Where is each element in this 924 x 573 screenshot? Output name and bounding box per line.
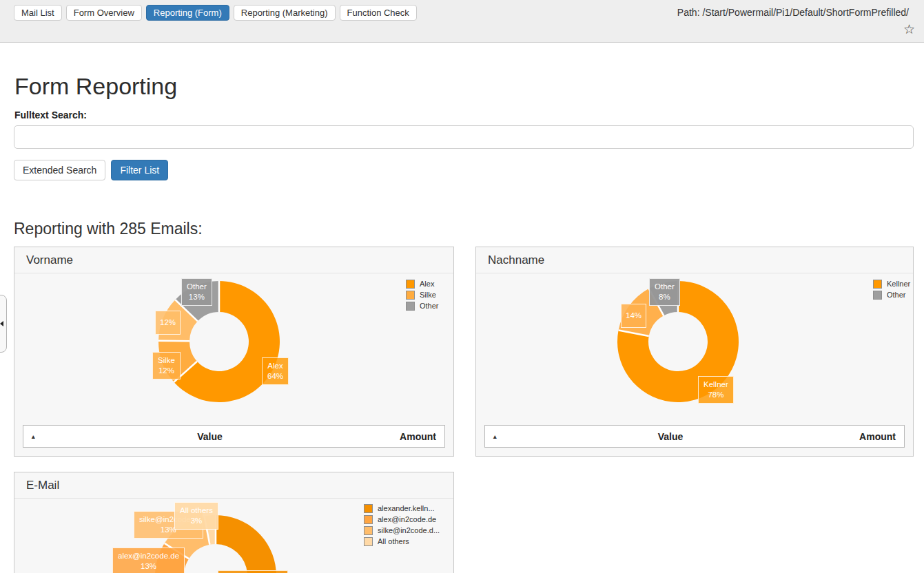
- legend-item-alex-in2code-de[interactable]: alex@in2code.de: [364, 514, 440, 525]
- slice-divider: [158, 341, 189, 342]
- legend-label: Other: [420, 302, 439, 310]
- page-title: Form Reporting: [14, 73, 177, 100]
- legend-label: Other: [887, 291, 906, 299]
- result-table-header-nachname: ▴ValueAmount: [484, 425, 905, 448]
- reporting-section-heading: Reporting with 285 Emails:: [14, 220, 203, 238]
- slice-label-alexander-kelln: alexander.kelln...71%: [218, 570, 288, 573]
- panel-e-mail: E-Mailalexander.kelln...alex@in2code.des…: [14, 472, 454, 573]
- slice-label-line: Other: [187, 282, 207, 292]
- legend-swatch-icon: [364, 526, 373, 535]
- legend-swatch-icon: [364, 504, 373, 513]
- slice-label-other: Other13%: [181, 278, 212, 306]
- top-toolbar: Mail ListForm OverviewReporting (Form)Re…: [0, 0, 924, 43]
- slice-label-all-others: All others3%: [174, 502, 218, 530]
- legend-swatch-icon: [873, 291, 882, 300]
- legend-swatch-icon: [364, 515, 373, 524]
- legend-item-alexander-kelln[interactable]: alexander.kelln...: [364, 503, 440, 514]
- slice-label-silke: Silke12%: [152, 352, 181, 379]
- legend-item-silke-in2code-d[interactable]: silke@in2code.d...: [364, 525, 440, 536]
- breadcrumb-path: Path: /Start/Powermail/Pi1/Default/Short…: [677, 7, 909, 18]
- slice-label-line: Other: [655, 282, 675, 292]
- fulltext-search-label: Fulltext Search:: [14, 110, 87, 121]
- slice-label-line: All others: [180, 506, 213, 516]
- extended-search-button[interactable]: Extended Search: [14, 160, 105, 180]
- sort-asc-icon[interactable]: ▴: [485, 433, 513, 440]
- legend-label: Silke: [420, 291, 436, 299]
- panel-nachname: NachnameKellnerOtherOther8%14%Kellner78%…: [475, 247, 914, 457]
- sort-asc-icon[interactable]: ▴: [23, 433, 51, 440]
- legend-item-other[interactable]: Other: [873, 289, 910, 300]
- legend-label: silke@in2code.d...: [378, 526, 440, 534]
- panel-title-vorname: Vorname: [14, 247, 453, 273]
- legend-swatch-icon: [406, 280, 415, 289]
- slice-label-kellner: Kellner78%: [698, 376, 734, 404]
- legend-swatch-icon: [406, 291, 415, 300]
- slice-label-14: 14%: [621, 304, 646, 328]
- fulltext-search-input[interactable]: [14, 125, 914, 149]
- column-header-value[interactable]: Value: [51, 431, 369, 442]
- sidebar-collapse-handle[interactable]: [0, 295, 7, 353]
- legend-swatch-icon: [406, 302, 415, 311]
- slice-label-line: 13%: [187, 292, 207, 302]
- favorite-star-icon[interactable]: ☆: [903, 23, 915, 36]
- filter-list-button[interactable]: Filter List: [111, 160, 168, 180]
- panel-vorname: VornameAlexSilkeOtherOther13%12%Silke12%…: [14, 247, 454, 457]
- column-header-value[interactable]: Value: [513, 431, 828, 442]
- legend-item-all-others[interactable]: All others: [364, 536, 440, 547]
- legend-swatch-icon: [873, 280, 882, 289]
- chart-legend-e-mail: alexander.kelln...alex@in2code.desilke@i…: [364, 503, 440, 547]
- tab-mail-list[interactable]: Mail List: [14, 5, 62, 21]
- slice-label-line: alex@in2code.de: [118, 551, 179, 561]
- panel-title-nachname: Nachname: [476, 247, 913, 273]
- collapse-left-arrow-icon: [0, 321, 3, 326]
- slice-label-line: Kellner: [704, 379, 728, 390]
- topbar-tabs: Mail ListForm OverviewReporting (Form)Re…: [14, 5, 417, 21]
- panel-title-e-mail: E-Mail: [14, 472, 453, 499]
- slice-label-line: 64%: [267, 371, 283, 382]
- slice-label-line: Alex: [267, 361, 283, 371]
- legend-item-alex[interactable]: Alex: [406, 278, 439, 289]
- slice-label-line: Silke: [158, 355, 175, 366]
- legend-item-silke[interactable]: Silke: [406, 289, 439, 300]
- slice-label-line: 12%: [158, 366, 175, 376]
- column-header-amount[interactable]: Amount: [828, 431, 904, 442]
- slice-label-line: 14%: [626, 311, 641, 321]
- legend-swatch-icon: [364, 537, 373, 546]
- legend-label: Kellner: [887, 280, 910, 288]
- slice-label-other: Other8%: [649, 278, 680, 306]
- donut-chart-vorname: [150, 273, 288, 410]
- search-actions: Extended Search Filter List: [14, 160, 168, 180]
- legend-label: All others: [378, 537, 409, 545]
- slice-label-alex: Alex64%: [262, 357, 289, 385]
- slice-label-line: 78%: [704, 390, 728, 400]
- slice-label-line: 12%: [160, 317, 176, 328]
- slice-label-line: 13%: [118, 561, 179, 572]
- legend-item-kellner[interactable]: Kellner: [873, 278, 910, 289]
- legend-label: alex@in2code.de: [378, 515, 436, 523]
- tab-reporting-marketing[interactable]: Reporting (Marketing): [234, 5, 336, 21]
- tab-form-overview[interactable]: Form Overview: [66, 5, 142, 21]
- slice-label-line: 3%: [180, 516, 213, 526]
- tab-reporting-form[interactable]: Reporting (Form): [146, 5, 229, 21]
- legend-item-other[interactable]: Other: [406, 300, 439, 311]
- chart-legend-vorname: AlexSilkeOther: [406, 278, 439, 311]
- legend-label: alexander.kelln...: [378, 504, 435, 512]
- legend-label: Alex: [420, 280, 434, 288]
- slice-label-12: 12%: [155, 311, 181, 335]
- result-table-header-vorname: ▴ValueAmount: [23, 425, 445, 448]
- column-header-amount[interactable]: Amount: [369, 431, 444, 442]
- slice-label-line: 8%: [655, 292, 675, 302]
- slice-label-alex-in2code-de: alex@in2code.de13%: [112, 548, 185, 573]
- chart-legend-nachname: KellnerOther: [873, 278, 910, 300]
- tab-function-check[interactable]: Function Check: [340, 5, 417, 21]
